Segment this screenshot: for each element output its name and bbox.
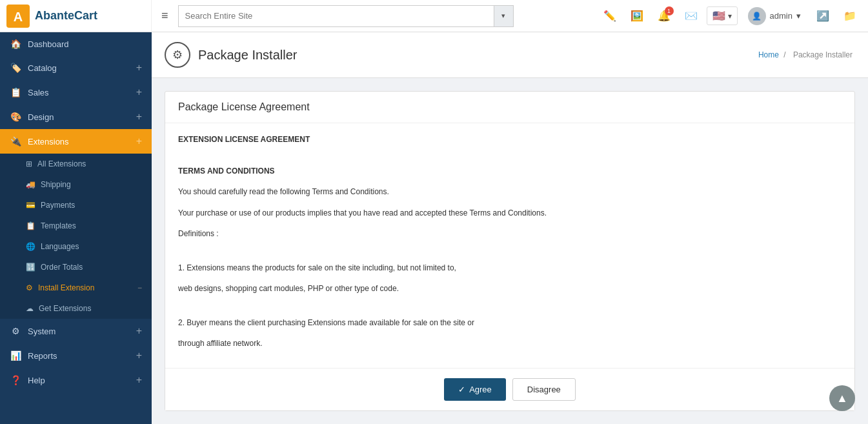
reports-plus-icon: +: [136, 350, 142, 361]
sidebar-item-catalog[interactable]: 🏷️ Catalog +: [0, 56, 152, 80]
top-navigation: A AbanteCart ≡ ▾ ✏️ 🖼️ 🔔 1 ✉️ 🇺🇸 ▾ 👤 adm…: [0, 0, 868, 32]
checkmark-icon: ✓: [458, 385, 465, 394]
order-totals-icon: 🔢: [26, 263, 35, 272]
sidebar-sub-label-7: Get Extensions: [39, 304, 91, 313]
breadcrumb-separator: /: [783, 50, 788, 59]
notifications-button[interactable]: 🔔 1: [652, 5, 676, 28]
catalog-plus-icon: +: [136, 62, 142, 74]
install-ext-icon: ⚙: [26, 283, 33, 292]
agree-button[interactable]: ✓ Agree: [444, 378, 506, 401]
sidebar-sub-all-extensions[interactable]: ⊞ All Extensions: [0, 154, 152, 174]
all-ext-icon: ⊞: [26, 159, 32, 168]
extensions-plus-icon: +: [136, 136, 142, 147]
language-selector[interactable]: 🇺🇸 ▾: [707, 6, 738, 25]
logo-area: A AbanteCart: [0, 0, 152, 32]
license-terms-heading: TERMS AND CONDITIONS: [178, 165, 842, 177]
search-input[interactable]: [178, 5, 494, 27]
image-icon-button[interactable]: 🖼️: [625, 5, 649, 28]
design-icon: 🎨: [10, 112, 21, 122]
get-ext-icon: ☁: [26, 304, 34, 313]
license-paragraph1: You should carefully read the following …: [178, 185, 842, 198]
package-license-title: Package License Agreement: [165, 92, 854, 123]
templates-icon: 📋: [26, 221, 35, 230]
edit-icon-button[interactable]: ✏️: [598, 5, 621, 28]
breadcrumb-home[interactable]: Home: [758, 50, 779, 59]
sales-icon: 📋: [10, 87, 21, 97]
sidebar-label-sales: Sales: [28, 88, 49, 97]
admin-label: admin: [770, 11, 792, 21]
sidebar-label-dashboard: Dashboard: [28, 39, 69, 49]
sidebar-sub-label-3: Templates: [41, 221, 76, 230]
sidebar-sub-label-4: Languages: [41, 242, 79, 251]
breadcrumb-current: Package Installer: [793, 50, 853, 59]
sidebar-label-design: Design: [28, 112, 54, 122]
page-title: Package Installer: [198, 48, 297, 63]
install-ext-minus: −: [137, 283, 142, 292]
license-item1-body: web designs, shopping cart modules, PHP …: [178, 282, 842, 295]
sidebar-label-reports: Reports: [28, 351, 57, 361]
breadcrumb: Home / Package Installer: [758, 50, 855, 59]
sidebar-item-extensions[interactable]: 🔌 Extensions +: [0, 129, 152, 154]
sidebar-item-system[interactable]: ⚙ System +: [0, 319, 152, 343]
search-dropdown-button[interactable]: ▾: [494, 5, 513, 27]
sidebar-sub-install-extension[interactable]: ⚙ Install Extension −: [0, 278, 152, 298]
sidebar-sub-label-0: All Extensions: [37, 159, 86, 168]
sidebar-item-sales[interactable]: 📋 Sales +: [0, 80, 152, 105]
sales-plus-icon: +: [136, 86, 142, 98]
license-item2-body: through affiliate network.: [178, 337, 842, 349]
sidebar-sub-label-2: Payments: [41, 201, 75, 210]
sidebar: 🏠 Dashboard 🏷️ Catalog + 📋 Sales + 🎨 Des…: [0, 32, 152, 424]
sidebar-label-help: Help: [28, 376, 45, 385]
system-plus-icon: +: [136, 325, 142, 337]
design-plus-icon: +: [136, 111, 142, 123]
folder-button[interactable]: 📁: [838, 5, 862, 28]
help-icon: ❓: [10, 375, 21, 385]
extensions-submenu: ⊞ All Extensions 🚚 Shipping 💳 Payments 📋…: [0, 154, 152, 319]
top-nav-right: ✏️ 🖼️ 🔔 1 ✉️ 🇺🇸 ▾ 👤 admin ▾ ↗️ 📁: [598, 5, 868, 28]
license-item1-heading: 1. Extensions means the products for sal…: [178, 261, 842, 274]
sidebar-sub-shipping[interactable]: 🚚 Shipping: [0, 174, 152, 195]
dropdown-arrow-lang: ▾: [728, 12, 732, 21]
messages-button[interactable]: ✉️: [680, 5, 703, 28]
shipping-icon: 🚚: [26, 180, 35, 189]
admin-menu-button[interactable]: 👤 admin ▾: [742, 5, 807, 28]
sidebar-item-design[interactable]: 🎨 Design +: [0, 105, 152, 129]
sidebar-sub-label-6: Install Extension: [38, 283, 94, 292]
languages-icon: 🌐: [26, 242, 35, 251]
sidebar-sub-label-1: Shipping: [41, 180, 71, 189]
avatar: 👤: [748, 7, 766, 25]
main-layout: 🏠 Dashboard 🏷️ Catalog + 📋 Sales + 🎨 Des…: [0, 32, 868, 424]
license-paragraph2: Your purchase or use of our products imp…: [178, 207, 842, 219]
sidebar-sub-languages[interactable]: 🌐 Languages: [0, 236, 152, 257]
help-plus-icon: +: [136, 374, 142, 386]
sidebar-label-system: System: [28, 327, 56, 336]
sidebar-item-help[interactable]: ❓ Help +: [0, 368, 152, 392]
disagree-button[interactable]: Disagree: [512, 378, 576, 401]
sidebar-sub-templates[interactable]: 📋 Templates: [0, 216, 152, 236]
buttons-area: ✓ Agree Disagree: [165, 368, 854, 410]
scroll-to-top-button[interactable]: ▲: [829, 385, 855, 411]
external-link-button[interactable]: ↗️: [811, 5, 834, 28]
sidebar-sub-get-extensions[interactable]: ☁ Get Extensions: [0, 298, 152, 319]
sidebar-sub-order-totals[interactable]: 🔢 Order Totals: [0, 257, 152, 278]
license-text-area[interactable]: EXTENSION LICENSE AGREEMENT TERMS AND CO…: [165, 123, 854, 349]
svg-text:A: A: [14, 10, 23, 24]
system-icon: ⚙: [10, 326, 21, 336]
sidebar-sub-payments[interactable]: 💳 Payments: [0, 195, 152, 216]
package-area: Package License Agreement EXTENSION LICE…: [165, 91, 855, 411]
notification-badge: 1: [665, 6, 674, 15]
main-content: ⚙ Package Installer Home / Package Insta…: [152, 32, 868, 424]
flag-icon: 🇺🇸: [712, 10, 725, 22]
license-item2-heading: 2. Buyer means the client purchasing Ext…: [178, 316, 842, 329]
hamburger-button[interactable]: ≡: [152, 9, 178, 23]
app-name: AbanteCart: [35, 9, 97, 23]
sidebar-item-reports[interactable]: 📊 Reports +: [0, 343, 152, 368]
logo-icon: A: [6, 5, 30, 28]
agree-label: Agree: [469, 385, 492, 394]
content-header: ⚙ Package Installer Home / Package Insta…: [152, 32, 868, 78]
sidebar-item-dashboard[interactable]: 🏠 Dashboard: [0, 32, 152, 56]
extensions-icon: 🔌: [10, 136, 21, 146]
page-icon: ⚙: [165, 42, 190, 68]
license-main-heading: EXTENSION LICENSE AGREEMENT: [178, 133, 842, 146]
search-bar: ▾: [178, 5, 514, 27]
